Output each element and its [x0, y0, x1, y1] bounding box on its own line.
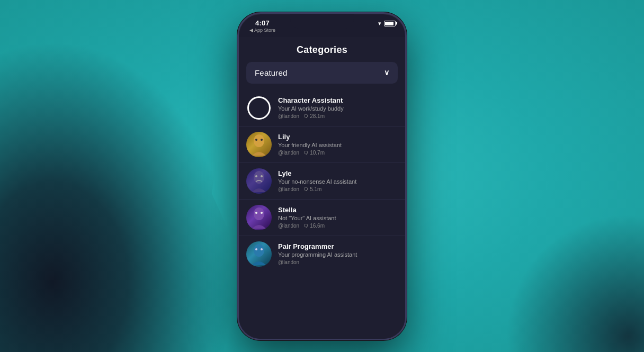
wifi-icon: ▾	[378, 20, 381, 27]
followers-icon: 🗨	[303, 150, 308, 156]
phone-mockup: 4:07 ◀ App Store ▾ Categories Featured ∨	[237, 12, 407, 340]
pair-programmer-avatar-img	[246, 241, 272, 267]
item-name: Stella	[278, 206, 398, 214]
svg-point-1	[255, 139, 257, 141]
battery-icon	[384, 21, 396, 26]
list-item[interactable]: Lily Your friendly AI assistant @landon …	[239, 127, 405, 163]
avatar-lily	[246, 132, 272, 157]
list-item[interactable]: Stella Not "Your" AI assistant @landon 🗨…	[239, 200, 405, 236]
followers-icon: 🗨	[303, 114, 308, 119]
status-left: 4:07 ◀ App Store	[249, 19, 275, 33]
svg-point-0	[254, 134, 264, 147]
phone-body: 4:07 ◀ App Store ▾ Categories Featured ∨	[237, 12, 407, 340]
battery-fill	[385, 22, 393, 25]
item-info-lyle: Lyle Your no-nonsense AI assistant @land…	[278, 169, 398, 192]
item-desc: Your friendly AI assistant	[278, 142, 398, 148]
character-assistant-icon	[247, 96, 271, 120]
svg-point-4	[255, 175, 257, 177]
item-followers: 🗨 16.6m	[303, 223, 325, 229]
item-desc: Your programming AI assistant	[278, 251, 398, 258]
chevron-down-icon: ∨	[384, 68, 389, 77]
followers-icon: 🗨	[303, 223, 308, 229]
avatar-lyle	[246, 168, 272, 194]
item-name: Lily	[278, 133, 398, 141]
item-info-character-assistant: Character Assistant Your AI work/study b…	[278, 96, 398, 119]
svg-point-11	[261, 248, 263, 250]
items-list: Character Assistant Your AI work/study b…	[239, 90, 405, 272]
lyle-avatar-img	[246, 168, 272, 194]
featured-label: Featured	[255, 68, 288, 77]
item-author: @landon	[278, 186, 299, 192]
item-name: Character Assistant	[278, 96, 398, 104]
lily-avatar-img	[246, 132, 272, 157]
featured-dropdown[interactable]: Featured ∨	[246, 62, 398, 84]
list-item[interactable]: Character Assistant Your AI work/study b…	[239, 90, 405, 127]
avatar-pair-programmer	[246, 241, 272, 267]
svg-point-3	[254, 171, 264, 184]
app-store-back[interactable]: ◀ App Store	[249, 28, 275, 33]
list-item[interactable]: Pair Programmer Your programming AI assi…	[239, 236, 405, 272]
svg-point-8	[261, 212, 263, 214]
item-author: @landon	[278, 259, 299, 265]
svg-point-10	[255, 248, 257, 250]
item-desc: Not "Your" AI assistant	[278, 215, 398, 221]
svg-point-6	[254, 207, 264, 220]
item-info-pair-programmer: Pair Programmer Your programming AI assi…	[278, 242, 398, 265]
status-right: ▾	[378, 20, 396, 27]
avatar-stella	[246, 205, 272, 230]
item-meta: @landon 🗨 5.1m	[278, 186, 398, 192]
item-meta: @landon	[278, 259, 398, 265]
item-name: Pair Programmer	[278, 242, 398, 250]
item-desc: Your AI work/study buddy	[278, 105, 398, 112]
avatar-character-assistant	[246, 95, 272, 121]
item-followers: 🗨 28.1m	[303, 113, 325, 119]
item-followers: 🗨 5.1m	[303, 186, 321, 192]
screen-content: Categories Featured ∨ Character Assistan…	[239, 37, 405, 339]
svg-point-2	[261, 139, 263, 141]
item-name: Lyle	[278, 169, 398, 177]
followers-icon: 🗨	[303, 187, 308, 192]
item-meta: @landon 🗨 10.7m	[278, 150, 398, 156]
item-followers: 🗨 10.7m	[303, 150, 325, 156]
svg-point-9	[254, 244, 264, 257]
stella-avatar-img	[246, 205, 272, 230]
svg-point-7	[255, 212, 257, 214]
item-info-lily: Lily Your friendly AI assistant @landon …	[278, 133, 398, 156]
svg-point-5	[261, 175, 263, 177]
item-desc: Your no-nonsense AI assistant	[278, 178, 398, 185]
status-time: 4:07	[255, 19, 270, 27]
item-author: @landon	[278, 223, 299, 229]
item-author: @landon	[278, 113, 299, 119]
item-author: @landon	[278, 150, 299, 156]
list-item[interactable]: Lyle Your no-nonsense AI assistant @land…	[239, 163, 405, 200]
item-meta: @landon 🗨 28.1m	[278, 113, 398, 119]
item-info-stella: Stella Not "Your" AI assistant @landon 🗨…	[278, 206, 398, 229]
phone-notch	[290, 14, 354, 29]
page-title: Categories	[239, 37, 405, 62]
item-meta: @landon 🗨 16.6m	[278, 223, 398, 229]
